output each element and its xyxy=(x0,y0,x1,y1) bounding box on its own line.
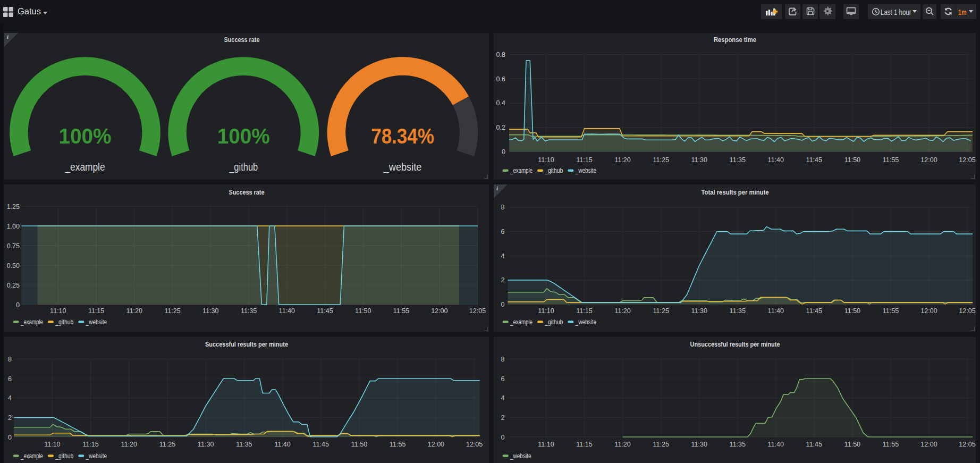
svg-text:11:15: 11:15 xyxy=(576,156,592,164)
svg-text:11:20: 11:20 xyxy=(614,156,630,164)
svg-text:Success rate: Success rate xyxy=(224,36,260,44)
svg-text:11:10: 11:10 xyxy=(538,307,554,315)
svg-text:11:20: 11:20 xyxy=(614,307,630,315)
svg-text:_github: _github xyxy=(55,318,73,326)
svg-text:11:10: 11:10 xyxy=(50,307,66,315)
svg-text:2: 2 xyxy=(8,414,12,422)
svg-text:12:00: 12:00 xyxy=(920,441,937,448)
svg-text:8: 8 xyxy=(501,204,505,211)
svg-text:0: 0 xyxy=(501,434,505,441)
svg-text:11:45: 11:45 xyxy=(806,156,822,164)
svg-text:11:25: 11:25 xyxy=(159,441,175,448)
svg-text:11:55: 11:55 xyxy=(393,307,409,315)
svg-text:11:40: 11:40 xyxy=(768,307,784,315)
svg-text:11:10: 11:10 xyxy=(538,156,554,164)
svg-text:Total results per minute: Total results per minute xyxy=(702,188,769,196)
svg-text:0: 0 xyxy=(502,148,505,156)
svg-text:12:05: 12:05 xyxy=(959,441,975,448)
svg-text:11:55: 11:55 xyxy=(883,156,899,164)
svg-text:11:50: 11:50 xyxy=(844,156,860,164)
svg-text:_example: _example xyxy=(510,167,533,174)
svg-text:6: 6 xyxy=(501,228,505,235)
svg-text:0.6: 0.6 xyxy=(496,75,505,83)
svg-text:11:35: 11:35 xyxy=(241,307,257,315)
svg-text:_website: _website xyxy=(383,161,422,173)
svg-text:0: 0 xyxy=(16,301,20,309)
svg-text:11:15: 11:15 xyxy=(88,307,104,315)
svg-text:11:20: 11:20 xyxy=(614,441,630,448)
svg-text:11:40: 11:40 xyxy=(274,441,290,448)
svg-text:4: 4 xyxy=(501,394,505,402)
svg-text:11:15: 11:15 xyxy=(576,441,592,448)
svg-text:11:30: 11:30 xyxy=(202,307,218,315)
svg-text:4: 4 xyxy=(8,394,12,402)
svg-text:12:05: 12:05 xyxy=(959,156,975,164)
svg-text:11:35: 11:35 xyxy=(730,307,746,315)
svg-text:11:50: 11:50 xyxy=(351,441,367,448)
svg-text:12:05: 12:05 xyxy=(469,307,486,315)
svg-text:11:50: 11:50 xyxy=(844,307,860,315)
svg-text:11:55: 11:55 xyxy=(883,307,899,315)
svg-text:Successful results per minute: Successful results per minute xyxy=(205,340,288,348)
svg-text:11:45: 11:45 xyxy=(313,441,329,448)
svg-text:12:00: 12:00 xyxy=(431,307,447,315)
svg-text:11:45: 11:45 xyxy=(806,441,822,448)
svg-text:11:10: 11:10 xyxy=(538,441,554,448)
svg-text:11:30: 11:30 xyxy=(691,156,707,164)
svg-text:11:40: 11:40 xyxy=(768,156,784,164)
svg-text:_github: _github xyxy=(544,167,563,174)
svg-text:11:45: 11:45 xyxy=(317,307,333,315)
svg-text:0: 0 xyxy=(8,434,12,441)
svg-text:11:25: 11:25 xyxy=(653,307,669,315)
svg-text:12:05: 12:05 xyxy=(466,441,483,448)
svg-text:_example: _example xyxy=(65,161,105,173)
svg-text:11:15: 11:15 xyxy=(82,441,98,448)
svg-text:100%: 100% xyxy=(217,124,270,148)
svg-text:2: 2 xyxy=(501,414,505,422)
svg-text:_github: _github xyxy=(544,318,563,326)
svg-text:12:00: 12:00 xyxy=(428,441,444,448)
svg-text:Success rate: Success rate xyxy=(229,188,265,196)
svg-text:_example: _example xyxy=(20,318,43,326)
svg-text:_website: _website xyxy=(86,452,107,460)
svg-text:11:35: 11:35 xyxy=(730,156,746,164)
svg-text:1m: 1m xyxy=(958,7,967,16)
svg-text:_website: _website xyxy=(575,318,597,326)
svg-text:12:00: 12:00 xyxy=(920,307,937,315)
svg-text:11:15: 11:15 xyxy=(576,307,592,315)
svg-text:6: 6 xyxy=(501,375,505,383)
svg-text:2: 2 xyxy=(501,276,505,284)
svg-text:1.25: 1.25 xyxy=(7,203,20,211)
svg-text:4: 4 xyxy=(501,252,505,260)
svg-text:11:55: 11:55 xyxy=(390,441,405,448)
svg-text:11:25: 11:25 xyxy=(164,307,180,315)
svg-text:11:25: 11:25 xyxy=(653,441,669,448)
svg-text:11:35: 11:35 xyxy=(730,441,746,448)
svg-text:11:40: 11:40 xyxy=(279,307,295,315)
svg-text:0.50: 0.50 xyxy=(7,262,20,270)
svg-text:11:30: 11:30 xyxy=(691,441,707,448)
svg-text:_example: _example xyxy=(20,452,43,460)
svg-text:_website: _website xyxy=(510,452,531,460)
svg-text:_example: _example xyxy=(510,318,533,326)
svg-text:11:20: 11:20 xyxy=(126,307,142,315)
svg-text:_github: _github xyxy=(55,452,73,460)
svg-text:11:30: 11:30 xyxy=(198,441,214,448)
svg-text:6: 6 xyxy=(8,375,12,383)
svg-text:12:05: 12:05 xyxy=(959,307,975,315)
svg-text:0.4: 0.4 xyxy=(496,99,505,107)
svg-text:_github: _github xyxy=(229,161,258,173)
svg-text:0.75: 0.75 xyxy=(7,242,20,250)
svg-text:11:30: 11:30 xyxy=(691,307,707,315)
svg-text:0: 0 xyxy=(501,301,505,308)
svg-text:11:25: 11:25 xyxy=(653,156,669,164)
svg-text:11:20: 11:20 xyxy=(121,441,137,448)
svg-text:0.25: 0.25 xyxy=(7,282,20,289)
svg-text:Response time: Response time xyxy=(714,36,756,44)
svg-text:Last 1 hour: Last 1 hour xyxy=(881,7,911,16)
svg-text:0.8: 0.8 xyxy=(496,51,505,58)
svg-text:8: 8 xyxy=(8,356,12,363)
svg-text:Unsuccessful results per minut: Unsuccessful results per minute xyxy=(690,340,780,348)
svg-text:_website: _website xyxy=(575,167,597,174)
svg-text:78.34%: 78.34% xyxy=(371,124,434,148)
